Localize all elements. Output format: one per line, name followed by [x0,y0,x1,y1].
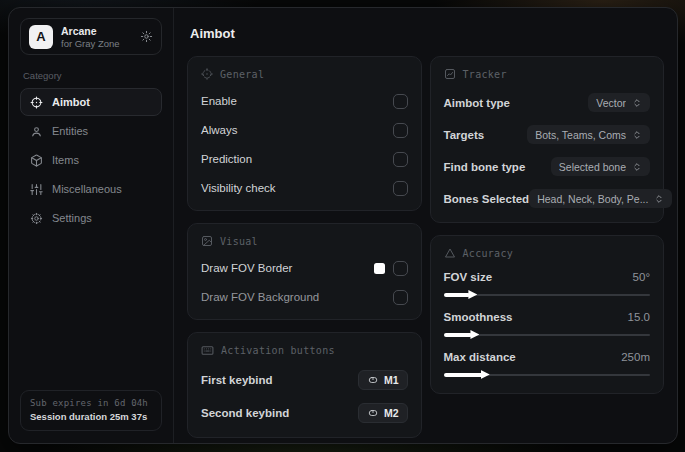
setting-label: Enable [201,95,237,107]
smoothness-slider[interactable] [444,330,651,339]
session-duration-text: Session duration 25m 37s [30,411,152,422]
sidebar-item-label: Settings [52,212,92,224]
main-content: Aimbot General Enable [174,8,677,443]
slider-thumb[interactable] [468,290,477,299]
package-icon [30,154,43,167]
setting-label: Prediction [201,153,252,165]
setting-row-fov-size: FOV size 50° [444,271,651,299]
setting-row-enable: Enable [201,93,408,109]
setting-label: Always [201,124,237,136]
chevrons-up-down-icon [632,162,642,172]
sidebar-item-label: Entities [52,125,88,137]
second-keybind-button[interactable]: M2 [358,403,408,423]
first-keybind-button[interactable]: M1 [358,370,408,390]
visibility-check-checkbox[interactable] [393,181,408,196]
sidebar: A Arcane for Gray Zone Category Aimbot E… [9,8,174,443]
session-info-card: Sub expires in 6d 04h Session duration 2… [20,390,162,431]
general-panel: General Enable Always Prediction [187,56,422,211]
setting-label: Visibility check [201,182,276,194]
sidebar-item-entities[interactable]: Entities [20,117,162,145]
header-gear-icon[interactable] [140,30,153,43]
select-value: Bots, Teams, Coms [535,129,626,141]
setting-row-second-keybind: Second keybind M2 [201,403,408,423]
enable-checkbox[interactable] [393,94,408,109]
sidebar-item-items[interactable]: Items [20,146,162,174]
select-value: Head, Neck, Body, Pe... [537,193,648,205]
sidebar-item-label: Items [52,154,79,166]
bones-selected-select[interactable]: Head, Neck, Body, Pe... [529,189,672,208]
slider-thumb[interactable] [481,370,490,379]
select-value: Selected bone [559,161,626,173]
targets-select[interactable]: Bots, Teams, Coms [527,125,650,144]
tracker-panel: Tracker Aimbot type Vector Targets [430,56,665,223]
setting-label: Smoothness [444,311,513,323]
app-logo: A [29,25,53,49]
chevrons-up-down-icon [632,130,642,140]
mouse-icon [367,375,379,385]
keybind-value: M1 [384,374,399,386]
setting-label: Find bone type [444,161,526,173]
sidebar-item-aimbot[interactable]: Aimbot [20,88,162,116]
app-header-card: A Arcane for Gray Zone [20,18,162,55]
sliders-icon [30,183,43,196]
page-title: Aimbot [190,26,664,41]
setting-row-prediction: Prediction [201,151,408,167]
setting-label: Draw FOV Border [201,262,292,274]
draw-fov-border-checkbox[interactable] [393,261,408,276]
setting-label: Bones Selected [444,193,530,205]
general-crosshair-icon [201,68,213,80]
app-name: Arcane [61,25,120,37]
draw-fov-background-checkbox[interactable] [393,290,408,305]
sidebar-item-label: Miscellaneous [52,183,122,195]
panel-title: Accuracy [463,248,514,259]
visual-panel: Visual Draw FOV Border Draw FOV Backgrou… [187,223,422,320]
panel-title: Visual [220,236,258,247]
max-distance-slider[interactable] [444,370,651,379]
setting-label: Second keybind [201,407,289,419]
always-checkbox[interactable] [393,123,408,138]
setting-label: Targets [444,129,485,141]
crosshair-icon [30,96,43,109]
setting-label: Aimbot type [444,97,510,109]
tracker-chart-icon [444,68,456,80]
mouse-icon [367,408,379,418]
chevrons-up-down-icon [654,194,664,204]
aimbot-type-select[interactable]: Vector [588,93,650,112]
activation-buttons-panel: Activation buttons First keybind M1 Seco… [187,332,422,438]
setting-row-targets: Targets Bots, Teams, Coms [444,125,651,144]
setting-row-bones-selected: Bones Selected Head, Neck, Body, Pe... [444,189,651,208]
prediction-checkbox[interactable] [393,152,408,167]
setting-label: FOV size [444,271,493,283]
setting-label: First keybind [201,374,273,386]
setting-row-max-distance: Max distance 250m [444,351,651,379]
panel-title: Tracker [463,69,507,80]
slider-value: 250m [621,351,650,363]
fov-size-slider[interactable] [444,290,651,299]
gear-icon [30,212,43,225]
triangle-icon [444,247,456,259]
setting-row-smoothness: Smoothness 15.0 [444,311,651,339]
fov-border-color-swatch[interactable] [374,263,385,274]
setting-row-always: Always [201,122,408,138]
accuracy-panel: Accuracy FOV size 50° [430,235,665,394]
keybind-value: M2 [384,407,399,419]
find-bone-type-select[interactable]: Selected bone [551,157,650,176]
setting-row-aimbot-type: Aimbot type Vector [444,93,651,112]
setting-row-draw-fov-border: Draw FOV Border [201,260,408,276]
entities-icon [30,125,43,138]
sidebar-item-settings[interactable]: Settings [20,204,162,232]
slider-value: 15.0 [628,311,650,323]
setting-row-first-keybind: First keybind M1 [201,370,408,390]
app-window: A Arcane for Gray Zone Category Aimbot E… [8,7,678,444]
setting-row-draw-fov-background: Draw FOV Background [201,289,408,305]
category-label: Category [23,70,159,81]
setting-row-visibility-check: Visibility check [201,180,408,196]
panel-title: General [220,69,264,80]
setting-label: Max distance [444,351,516,363]
select-value: Vector [596,97,626,109]
sidebar-item-miscellaneous[interactable]: Miscellaneous [20,175,162,203]
slider-thumb[interactable] [470,330,479,339]
sidebar-item-label: Aimbot [52,96,90,108]
keyboard-icon [201,344,214,357]
image-icon [201,235,213,247]
